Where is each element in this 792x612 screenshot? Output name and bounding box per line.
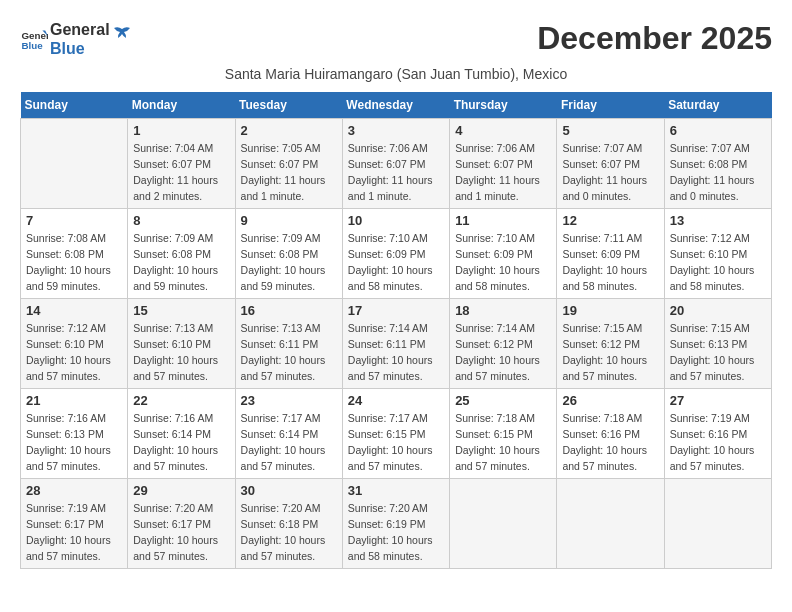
month-year-title: December 2025 (537, 20, 772, 57)
day-header-wednesday: Wednesday (342, 92, 449, 119)
calendar-cell: 6 Sunrise: 7:07 AM Sunset: 6:08 PM Dayli… (664, 119, 771, 209)
calendar-header-row: SundayMondayTuesdayWednesdayThursdayFrid… (21, 92, 772, 119)
calendar-cell: 1 Sunrise: 7:04 AM Sunset: 6:07 PM Dayli… (128, 119, 235, 209)
day-info: Sunrise: 7:09 AM Sunset: 6:08 PM Dayligh… (241, 231, 337, 294)
day-header-tuesday: Tuesday (235, 92, 342, 119)
day-number: 31 (348, 483, 444, 498)
week-row-1: 1 Sunrise: 7:04 AM Sunset: 6:07 PM Dayli… (21, 119, 772, 209)
calendar-cell: 22 Sunrise: 7:16 AM Sunset: 6:14 PM Dayl… (128, 389, 235, 479)
calendar-cell: 7 Sunrise: 7:08 AM Sunset: 6:08 PM Dayli… (21, 209, 128, 299)
calendar-cell: 8 Sunrise: 7:09 AM Sunset: 6:08 PM Dayli… (128, 209, 235, 299)
day-header-sunday: Sunday (21, 92, 128, 119)
day-info: Sunrise: 7:05 AM Sunset: 6:07 PM Dayligh… (241, 141, 337, 204)
day-info: Sunrise: 7:19 AM Sunset: 6:17 PM Dayligh… (26, 501, 122, 564)
day-number: 2 (241, 123, 337, 138)
day-info: Sunrise: 7:09 AM Sunset: 6:08 PM Dayligh… (133, 231, 229, 294)
day-info: Sunrise: 7:18 AM Sunset: 6:16 PM Dayligh… (562, 411, 658, 474)
day-number: 13 (670, 213, 766, 228)
day-number: 5 (562, 123, 658, 138)
location-subtitle: Santa Maria Huiramangaro (San Juan Tumbi… (20, 66, 772, 82)
day-number: 26 (562, 393, 658, 408)
day-info: Sunrise: 7:13 AM Sunset: 6:11 PM Dayligh… (241, 321, 337, 384)
calendar-cell: 23 Sunrise: 7:17 AM Sunset: 6:14 PM Dayl… (235, 389, 342, 479)
calendar-cell: 24 Sunrise: 7:17 AM Sunset: 6:15 PM Dayl… (342, 389, 449, 479)
week-row-5: 28 Sunrise: 7:19 AM Sunset: 6:17 PM Dayl… (21, 479, 772, 569)
day-info: Sunrise: 7:12 AM Sunset: 6:10 PM Dayligh… (670, 231, 766, 294)
day-number: 21 (26, 393, 122, 408)
calendar-cell: 3 Sunrise: 7:06 AM Sunset: 6:07 PM Dayli… (342, 119, 449, 209)
week-row-3: 14 Sunrise: 7:12 AM Sunset: 6:10 PM Dayl… (21, 299, 772, 389)
day-number: 28 (26, 483, 122, 498)
day-info: Sunrise: 7:20 AM Sunset: 6:19 PM Dayligh… (348, 501, 444, 564)
day-info: Sunrise: 7:11 AM Sunset: 6:09 PM Dayligh… (562, 231, 658, 294)
day-number: 8 (133, 213, 229, 228)
calendar-cell: 27 Sunrise: 7:19 AM Sunset: 6:16 PM Dayl… (664, 389, 771, 479)
day-info: Sunrise: 7:20 AM Sunset: 6:18 PM Dayligh… (241, 501, 337, 564)
day-info: Sunrise: 7:19 AM Sunset: 6:16 PM Dayligh… (670, 411, 766, 474)
week-row-4: 21 Sunrise: 7:16 AM Sunset: 6:13 PM Dayl… (21, 389, 772, 479)
svg-text:Blue: Blue (21, 40, 43, 51)
day-number: 9 (241, 213, 337, 228)
day-info: Sunrise: 7:06 AM Sunset: 6:07 PM Dayligh… (348, 141, 444, 204)
day-number: 29 (133, 483, 229, 498)
day-number: 3 (348, 123, 444, 138)
calendar-body: 1 Sunrise: 7:04 AM Sunset: 6:07 PM Dayli… (21, 119, 772, 569)
calendar-cell: 26 Sunrise: 7:18 AM Sunset: 6:16 PM Dayl… (557, 389, 664, 479)
day-number: 17 (348, 303, 444, 318)
day-number: 6 (670, 123, 766, 138)
calendar-cell (557, 479, 664, 569)
day-info: Sunrise: 7:04 AM Sunset: 6:07 PM Dayligh… (133, 141, 229, 204)
day-number: 10 (348, 213, 444, 228)
day-info: Sunrise: 7:07 AM Sunset: 6:07 PM Dayligh… (562, 141, 658, 204)
day-info: Sunrise: 7:08 AM Sunset: 6:08 PM Dayligh… (26, 231, 122, 294)
calendar-cell: 5 Sunrise: 7:07 AM Sunset: 6:07 PM Dayli… (557, 119, 664, 209)
day-number: 11 (455, 213, 551, 228)
calendar-cell: 14 Sunrise: 7:12 AM Sunset: 6:10 PM Dayl… (21, 299, 128, 389)
day-number: 7 (26, 213, 122, 228)
calendar-cell: 31 Sunrise: 7:20 AM Sunset: 6:19 PM Dayl… (342, 479, 449, 569)
calendar-cell (664, 479, 771, 569)
logo-bird-icon (112, 24, 132, 44)
calendar-cell: 16 Sunrise: 7:13 AM Sunset: 6:11 PM Dayl… (235, 299, 342, 389)
day-header-saturday: Saturday (664, 92, 771, 119)
day-info: Sunrise: 7:17 AM Sunset: 6:15 PM Dayligh… (348, 411, 444, 474)
day-info: Sunrise: 7:12 AM Sunset: 6:10 PM Dayligh… (26, 321, 122, 384)
calendar-cell: 29 Sunrise: 7:20 AM Sunset: 6:17 PM Dayl… (128, 479, 235, 569)
calendar-cell: 4 Sunrise: 7:06 AM Sunset: 6:07 PM Dayli… (450, 119, 557, 209)
day-number: 20 (670, 303, 766, 318)
logo-general: General (50, 20, 110, 39)
calendar-cell: 17 Sunrise: 7:14 AM Sunset: 6:11 PM Dayl… (342, 299, 449, 389)
day-info: Sunrise: 7:18 AM Sunset: 6:15 PM Dayligh… (455, 411, 551, 474)
logo-blue: Blue (50, 39, 110, 58)
day-number: 4 (455, 123, 551, 138)
calendar-cell: 20 Sunrise: 7:15 AM Sunset: 6:13 PM Dayl… (664, 299, 771, 389)
day-number: 19 (562, 303, 658, 318)
calendar-cell: 2 Sunrise: 7:05 AM Sunset: 6:07 PM Dayli… (235, 119, 342, 209)
calendar-cell: 10 Sunrise: 7:10 AM Sunset: 6:09 PM Dayl… (342, 209, 449, 299)
day-info: Sunrise: 7:14 AM Sunset: 6:11 PM Dayligh… (348, 321, 444, 384)
calendar-cell: 21 Sunrise: 7:16 AM Sunset: 6:13 PM Dayl… (21, 389, 128, 479)
calendar-cell: 30 Sunrise: 7:20 AM Sunset: 6:18 PM Dayl… (235, 479, 342, 569)
day-number: 24 (348, 393, 444, 408)
calendar-cell: 18 Sunrise: 7:14 AM Sunset: 6:12 PM Dayl… (450, 299, 557, 389)
day-info: Sunrise: 7:15 AM Sunset: 6:12 PM Dayligh… (562, 321, 658, 384)
day-number: 23 (241, 393, 337, 408)
day-number: 22 (133, 393, 229, 408)
day-number: 27 (670, 393, 766, 408)
calendar-cell: 12 Sunrise: 7:11 AM Sunset: 6:09 PM Dayl… (557, 209, 664, 299)
day-number: 25 (455, 393, 551, 408)
day-info: Sunrise: 7:20 AM Sunset: 6:17 PM Dayligh… (133, 501, 229, 564)
day-info: Sunrise: 7:10 AM Sunset: 6:09 PM Dayligh… (348, 231, 444, 294)
day-number: 14 (26, 303, 122, 318)
day-info: Sunrise: 7:14 AM Sunset: 6:12 PM Dayligh… (455, 321, 551, 384)
week-row-2: 7 Sunrise: 7:08 AM Sunset: 6:08 PM Dayli… (21, 209, 772, 299)
day-info: Sunrise: 7:10 AM Sunset: 6:09 PM Dayligh… (455, 231, 551, 294)
day-header-friday: Friday (557, 92, 664, 119)
day-info: Sunrise: 7:15 AM Sunset: 6:13 PM Dayligh… (670, 321, 766, 384)
calendar-cell: 15 Sunrise: 7:13 AM Sunset: 6:10 PM Dayl… (128, 299, 235, 389)
day-number: 18 (455, 303, 551, 318)
day-number: 1 (133, 123, 229, 138)
calendar-cell: 28 Sunrise: 7:19 AM Sunset: 6:17 PM Dayl… (21, 479, 128, 569)
day-info: Sunrise: 7:06 AM Sunset: 6:07 PM Dayligh… (455, 141, 551, 204)
day-number: 15 (133, 303, 229, 318)
